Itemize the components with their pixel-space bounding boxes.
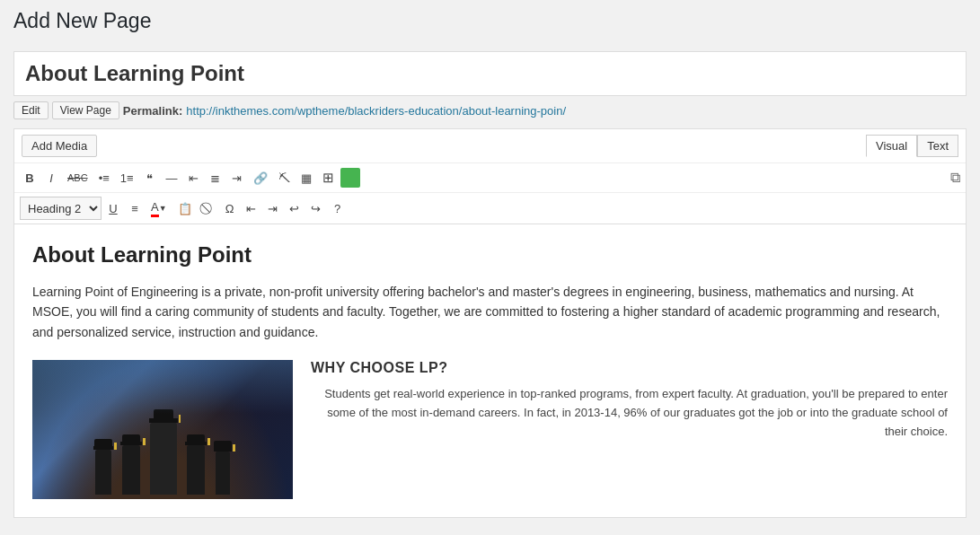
title-input-wrap: [13, 51, 967, 96]
text-tab[interactable]: Text: [917, 135, 958, 157]
align-right-button[interactable]: ⇥: [227, 167, 247, 189]
edit-button[interactable]: Edit: [13, 101, 49, 119]
outdent-button[interactable]: ⇤: [242, 197, 261, 219]
editor-content[interactable]: About Learning Point Learning Point of E…: [14, 224, 966, 517]
table-button[interactable]: ⊞: [318, 167, 339, 189]
text-color-button[interactable]: A ▼: [146, 197, 172, 219]
page-title: Add New Page: [13, 9, 967, 40]
justify-button[interactable]: ≡: [125, 197, 145, 219]
bold-button[interactable]: B: [20, 167, 40, 189]
editor-mode-tabs: Visual Text: [866, 135, 958, 157]
undo-button[interactable]: ↩: [285, 197, 305, 219]
heading-select[interactable]: Heading 2 Heading 1 Heading 3 Paragraph: [20, 197, 102, 220]
permalink-label: Permalink:: [123, 104, 182, 118]
content-two-col: WHY CHOOSE LP? Students get real-world e…: [32, 360, 948, 499]
page-wrapper: Add New Page Edit View Page Permalink: h…: [0, 0, 980, 535]
permalink-bar: Edit View Page Permalink: http://inkthem…: [13, 101, 967, 119]
why-title: WHY CHOOSE LP?: [311, 360, 948, 376]
editor-top-bar: Add Media Visual Text: [14, 129, 966, 163]
content-paragraph: Learning Point of Engineering is a priva…: [32, 282, 948, 342]
insert-button[interactable]: ▦: [296, 167, 316, 189]
hr-button[interactable]: —: [162, 167, 182, 189]
remove-format-button[interactable]: ⃠: [199, 197, 218, 219]
why-col: WHY CHOOSE LP? Students get real-world e…: [311, 360, 948, 441]
why-text: Students get real-world experience in to…: [311, 385, 948, 441]
align-left-button[interactable]: ⇤: [184, 167, 204, 189]
fullscreen-button[interactable]: ⧉: [950, 170, 960, 186]
post-title-input[interactable]: [14, 52, 966, 95]
help-button[interactable]: ?: [328, 197, 348, 219]
content-heading: About Learning Point: [32, 242, 948, 268]
link-button[interactable]: 🔗: [249, 167, 272, 189]
blockquote-button[interactable]: ❝: [140, 167, 160, 189]
redo-button[interactable]: ↪: [306, 197, 326, 219]
add-media-button[interactable]: Add Media: [22, 135, 97, 157]
green-button[interactable]: [340, 168, 360, 188]
unlink-button[interactable]: ⛏: [274, 167, 295, 189]
ordered-list-button[interactable]: 1≡: [116, 167, 138, 189]
toolbar-row2: Heading 2 Heading 1 Heading 3 Paragraph …: [14, 193, 966, 224]
color-picker-arrow: ▼: [159, 204, 167, 213]
italic-button[interactable]: I: [41, 167, 61, 189]
align-center-button[interactable]: ≣: [206, 167, 225, 189]
graduation-image: [32, 360, 293, 499]
toolbar-row1: B I ABC •≡ 1≡ ❝ — ⇤ ≣: [14, 163, 966, 193]
strikethrough-button[interactable]: ABC: [63, 167, 93, 189]
indent-button[interactable]: ⇥: [263, 197, 283, 219]
special-chars-button[interactable]: Ω: [220, 197, 240, 219]
visual-tab[interactable]: Visual: [866, 135, 917, 157]
paste-word-button[interactable]: 📋: [173, 197, 197, 219]
permalink-url[interactable]: http://inkthemes.com/wptheme/blackriders…: [186, 104, 566, 118]
unordered-list-button[interactable]: •≡: [94, 167, 114, 189]
view-page-button[interactable]: View Page: [52, 101, 119, 119]
underline-button[interactable]: U: [103, 197, 123, 219]
editor-wrapper: Add Media Visual Text B I ABC •≡ 1≡: [13, 128, 967, 518]
